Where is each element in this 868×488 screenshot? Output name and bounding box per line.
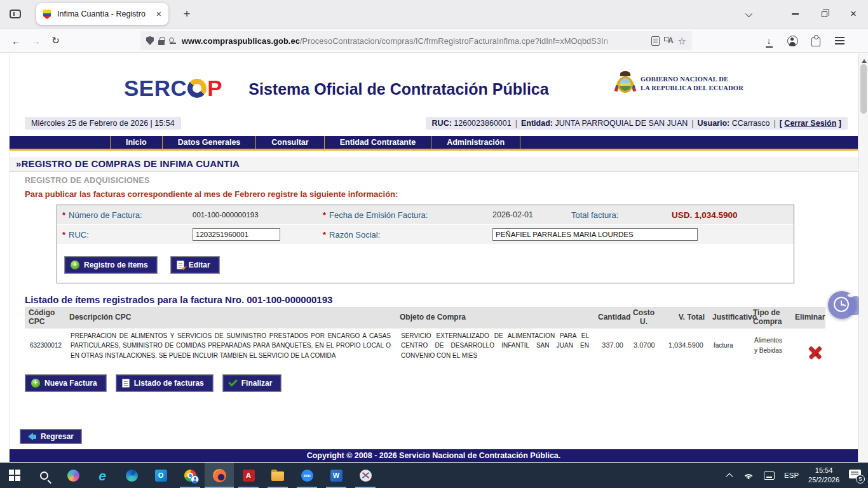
snipping-tool-icon <box>360 470 372 482</box>
url-host: www.compraspublicas.gob.ec <box>182 36 300 46</box>
taskbar-search-button[interactable] <box>29 463 58 488</box>
razon-social-label: *Razón Social: <box>318 230 487 240</box>
firefox-icon <box>213 469 226 482</box>
action-buttons: Nueva Factura Listado de facturas Finali… <box>25 374 858 392</box>
check-icon <box>228 377 238 387</box>
window-close-button[interactable]: × <box>839 0 868 29</box>
usuario-label: Usuario: <box>698 119 730 128</box>
taskbar-explorer-button[interactable] <box>263 463 292 488</box>
listado-facturas-button[interactable]: Listado de facturas <box>116 374 214 392</box>
taskbar-firefox-button[interactable] <box>205 463 234 488</box>
touch-keyboard-icon[interactable] <box>764 471 775 480</box>
editar-button[interactable]: Editar <box>170 256 220 274</box>
logout-link[interactable]: Cerrar Sesión <box>784 119 836 128</box>
wifi-icon[interactable] <box>743 471 754 480</box>
nav-item-inicio[interactable]: Inicio <box>110 136 162 149</box>
word-icon: W <box>330 470 342 482</box>
browser-toolbar: ← → ↻ www.compraspublicas.gob.ec/Proceso… <box>0 29 868 53</box>
site-permissions-icon[interactable] <box>169 37 177 44</box>
translate-icon[interactable]: A <box>664 36 674 45</box>
language-indicator[interactable]: ESP <box>784 471 799 479</box>
ruc-label: RUC: <box>432 119 452 128</box>
page-content: SERCP Sistema Oficial de Contratación Pú… <box>9 53 858 463</box>
copilot-icon <box>67 470 79 482</box>
cell-codigo: 632300012 <box>25 329 65 363</box>
fecha-emision-label: *Fecha de Emisión Factura: <box>318 210 487 220</box>
tray-chevron-up-icon[interactable] <box>726 473 733 480</box>
new-tab-button[interactable]: + <box>177 7 196 21</box>
col-cantidad: Cantidad <box>594 307 628 329</box>
notification-center-button[interactable]: 5 <box>849 470 863 481</box>
tab-title: Infima Cuantía - Registro <box>57 10 150 18</box>
col-descripcion-cpc: Descripción CPC <box>65 307 396 329</box>
sercop-logo: SERCP <box>124 76 222 101</box>
nav-item-administracion[interactable]: Administración <box>431 136 520 149</box>
notification-badge: 5 <box>856 475 865 484</box>
search-icon <box>40 471 48 480</box>
taskbar-zoom-button[interactable]: zm <box>292 463 322 488</box>
downloads-button[interactable]: ↓ <box>759 32 778 50</box>
total-factura-label: Total factura: <box>566 210 667 220</box>
taskbar-word-button[interactable]: W <box>322 463 351 488</box>
taskbar-ie-button[interactable]: e <box>88 463 117 488</box>
taskbar-chrome-button[interactable] <box>175 463 205 488</box>
cell-eliminar <box>791 329 825 363</box>
nav-item-datos-generales[interactable]: Datos Generales <box>162 136 256 149</box>
numero-factura-label: *Número de Factura: <box>57 210 187 220</box>
taskbar-copilot-button[interactable] <box>58 463 88 488</box>
system-tray: ESP 15:54 25/2/2026 5 <box>728 463 868 488</box>
chrome-profile-badge <box>191 475 199 484</box>
toolbar-right: ↓ <box>759 32 849 50</box>
back-button[interactable]: ← <box>6 32 26 50</box>
tracking-protection-shield-icon[interactable] <box>146 36 154 45</box>
items-list-title: Listado de ítems registrados para la fac… <box>25 294 858 305</box>
zoom-app-icon: zm <box>301 470 313 482</box>
scrollbar-thumb[interactable] <box>860 64 867 114</box>
form-buttons: Registro de ítems Editar <box>57 245 794 283</box>
table-row: 632300012 PREPARACION DE ALIMENTOS Y SER… <box>25 329 825 363</box>
taskbar-outlook-button[interactable]: O <box>146 463 175 488</box>
session-box: RUC: 1260023860001|Entidad: JUNTA PARROQ… <box>426 117 848 130</box>
start-button[interactable] <box>0 463 29 488</box>
cell-justificativo: factura <box>709 329 749 363</box>
nav-item-entidad-contratante[interactable]: Entidad Contratante <box>324 136 431 149</box>
acrobat-icon: A <box>243 470 255 482</box>
ruc-input[interactable] <box>193 228 280 241</box>
registro-items-button[interactable]: Registro de ítems <box>64 256 158 274</box>
taskbar-acrobat-button[interactable]: A <box>234 463 263 488</box>
url-bar[interactable]: www.compraspublicas.gob.ec/ProcesoContra… <box>140 31 692 50</box>
floating-clock-widget[interactable] <box>828 291 856 319</box>
taskbar-clock[interactable]: 15:54 25/2/2026 <box>808 466 839 485</box>
col-tipo-compra: Tipo de Compra <box>749 307 791 329</box>
bookmark-star-icon[interactable]: ☆ <box>678 36 686 46</box>
reader-mode-icon[interactable] <box>651 36 660 46</box>
tab-close-icon[interactable]: × <box>155 9 163 19</box>
page-title: Sistema Oficial de Contratación Pública <box>213 80 585 98</box>
list-tabs-button[interactable] <box>737 8 759 20</box>
window-restore-button[interactable] <box>810 0 839 29</box>
taskbar-edge-button[interactable] <box>117 463 146 488</box>
government-logo: GOBIERNO NACIONAL DE LA REPUBLICA DEL EC… <box>616 71 743 97</box>
account-button[interactable] <box>783 32 802 50</box>
browser-tab[interactable]: Infima Cuantía - Registro × <box>36 3 168 25</box>
plus-icon <box>71 261 79 269</box>
page-scrollbar[interactable] <box>858 53 868 463</box>
nueva-factura-button[interactable]: Nueva Factura <box>25 374 107 392</box>
browser-tab-bar: Infima Cuantía - Registro × + × <box>0 0 868 29</box>
outlook-icon: O <box>155 470 167 482</box>
reload-button[interactable]: ↻ <box>46 32 65 50</box>
razon-social-input[interactable] <box>492 228 698 241</box>
regresar-button[interactable]: Regresar <box>20 429 82 444</box>
connection-lock-icon[interactable] <box>158 40 165 45</box>
scroll-up-arrow[interactable] <box>859 53 868 64</box>
menu-button[interactable] <box>830 32 849 50</box>
finalizar-button[interactable]: Finalizar <box>222 374 282 392</box>
nav-item-consultar[interactable]: Consultar <box>255 136 323 149</box>
window-minimize-button[interactable] <box>780 0 810 29</box>
ruc-value: 1260023860001 <box>454 119 511 128</box>
document-icon <box>122 379 130 388</box>
sercop-logo-text: SERC <box>124 76 187 101</box>
taskbar-snip-button[interactable] <box>351 463 380 488</box>
extensions-button[interactable] <box>806 32 825 50</box>
firefox-view-icon[interactable] <box>6 4 25 24</box>
